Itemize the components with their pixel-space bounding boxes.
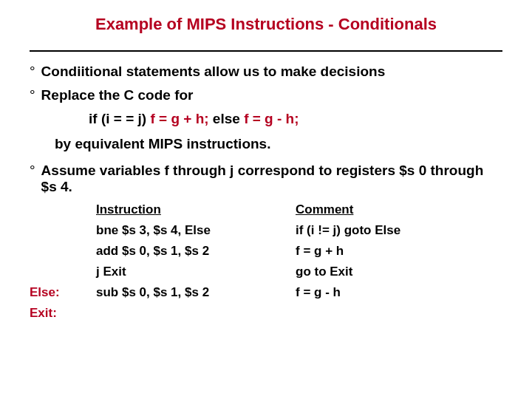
header-comment: Comment: [296, 202, 502, 217]
row-comment: go to Exit: [296, 265, 502, 279]
bullet-2-text: Replace the C code for: [41, 87, 502, 103]
table-row: Exit:: [30, 306, 502, 321]
else-keyword: else: [209, 111, 245, 126]
row-comment: if (i != j) goto Else: [296, 223, 502, 238]
table-row: Else: sub $s 0, $s 1, $s 2 f = g - h: [30, 285, 502, 300]
row-comment: f = g - h: [296, 285, 502, 300]
row-label: [30, 244, 96, 259]
sub-line: by equivalent MIPS instructions.: [55, 136, 502, 152]
row-instruction: [96, 306, 296, 321]
then-part: f = g + h;: [150, 111, 208, 126]
row-label: [30, 265, 96, 279]
header-instruction: Instruction: [96, 202, 296, 217]
bullet-2: ° Replace the C code for: [30, 87, 502, 103]
if-cond: if (i = = j): [89, 111, 150, 126]
bullet-3: ° Assume variables f through j correspon…: [30, 163, 502, 195]
slide-title: Example of MIPS Instructions - Condition…: [30, 15, 502, 40]
bullet-marker: °: [30, 163, 35, 179]
else-part: f = g - h;: [244, 111, 299, 126]
row-label: [30, 223, 96, 238]
bullet-marker: °: [30, 87, 35, 103]
bullet-3-text: Assume variables f through j correspond …: [41, 163, 502, 195]
row-comment: [296, 306, 502, 321]
row-label: Exit:: [30, 306, 96, 321]
row-instruction: j Exit: [96, 265, 296, 279]
row-label: Else:: [30, 285, 96, 300]
row-instruction: bne $s 3, $s 4, Else: [96, 223, 296, 238]
table-row: j Exit go to Exit: [30, 265, 502, 279]
row-instruction: add $s 0, $s 1, $s 2: [96, 244, 296, 259]
instruction-table: bne $s 3, $s 4, Else if (i != j) goto El…: [30, 223, 502, 321]
title-divider: [30, 50, 502, 52]
row-instruction: sub $s 0, $s 1, $s 2: [96, 285, 296, 300]
bullet-1: ° Condiitional statements allow us to ma…: [30, 64, 502, 80]
instruction-table-header-wrap: Instruction Comment: [96, 202, 502, 217]
row-comment: f = g + h: [296, 244, 502, 259]
table-row: bne $s 3, $s 4, Else if (i != j) goto El…: [30, 223, 502, 238]
table-row: add $s 0, $s 1, $s 2 f = g + h: [30, 244, 502, 259]
table-header-row: Instruction Comment: [96, 202, 502, 217]
c-code-line: if (i = = j) f = g + h; else f = g - h;: [89, 111, 502, 127]
bullet-marker: °: [30, 64, 35, 80]
bullet-1-text: Condiitional statements allow us to make…: [41, 64, 502, 80]
